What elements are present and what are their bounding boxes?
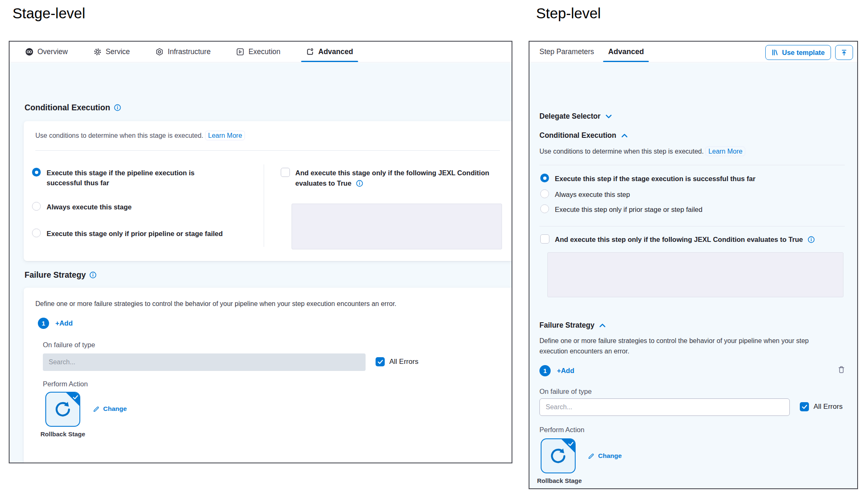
template-library-icon bbox=[772, 49, 778, 56]
tab-label: Overview bbox=[37, 47, 68, 56]
checkbox-checked-icon[interactable] bbox=[376, 357, 385, 366]
tab-infrastructure[interactable]: Infrastructure bbox=[156, 42, 210, 62]
radio-label: Always execute this stage bbox=[47, 202, 132, 212]
radio-unselected-icon[interactable] bbox=[32, 229, 41, 237]
tab-label: Service bbox=[106, 47, 130, 56]
radio-unselected-icon[interactable] bbox=[540, 189, 549, 198]
heading-text: Failure Strategy bbox=[539, 321, 594, 330]
radio-option-always-execute[interactable]: Always execute this stage bbox=[32, 202, 132, 212]
tab-label: Execution bbox=[248, 47, 280, 56]
checkbox-checked-icon[interactable] bbox=[800, 402, 809, 411]
info-icon[interactable] bbox=[356, 179, 363, 190]
gear-icon bbox=[94, 48, 101, 56]
radio-label: Always execute this step bbox=[555, 189, 630, 200]
failure-type-search-input[interactable] bbox=[539, 398, 790, 416]
failure-type-search-input[interactable] bbox=[43, 353, 366, 371]
tab-step-parameters[interactable]: Step Parameters bbox=[539, 42, 594, 62]
upload-icon bbox=[841, 49, 848, 56]
tab-label: Advanced bbox=[318, 47, 353, 56]
perform-action-label: Perform Action bbox=[43, 380, 88, 388]
info-icon[interactable] bbox=[89, 271, 96, 279]
radio-option-always-execute[interactable]: Always execute this step bbox=[540, 189, 630, 200]
all-errors-checkbox-row[interactable]: All Errors bbox=[800, 402, 843, 411]
rollback-stage-label: Rollback Stage bbox=[529, 477, 589, 485]
radio-option-stage-successful[interactable]: Execute this step if the stage execution… bbox=[540, 174, 755, 184]
description-text: Use conditions to determine when this st… bbox=[35, 132, 203, 139]
rollback-stage-action-tile[interactable] bbox=[45, 392, 80, 427]
add-strategy-button[interactable]: +Add bbox=[55, 319, 73, 327]
tab-label: Step Parameters bbox=[539, 47, 594, 56]
radio-label: Execute this step if the stage execution… bbox=[555, 174, 755, 184]
jexl-condition-checkbox-row[interactable]: And execute this stage only if the follo… bbox=[281, 168, 494, 190]
on-failure-of-type-label: On failure of type bbox=[539, 388, 592, 396]
strategy-count-badge[interactable]: 1 bbox=[38, 318, 49, 329]
radio-selected-icon[interactable] bbox=[540, 174, 549, 182]
tab-advanced[interactable]: Advanced bbox=[306, 42, 353, 62]
failure-strategy-card: Define one or more failure strategies to… bbox=[24, 288, 512, 463]
header-buttons: Use template bbox=[765, 45, 853, 60]
radio-option-prior-failed[interactable]: Execute this step only if prior stage or… bbox=[540, 204, 702, 215]
learn-more-link[interactable]: Learn More bbox=[705, 147, 745, 156]
radio-option-pipeline-successful[interactable]: Execute this stage if the pipeline execu… bbox=[32, 168, 228, 188]
checkbox-label: And execute this step only if the follow… bbox=[555, 236, 803, 243]
use-template-label: Use template bbox=[782, 49, 825, 57]
failure-strategy-description: Define one or more failure strategies to… bbox=[35, 300, 396, 308]
tab-label: Advanced bbox=[608, 47, 644, 56]
divider bbox=[35, 150, 500, 151]
overview-icon bbox=[25, 48, 33, 56]
tab-label: Infrastructure bbox=[168, 47, 210, 56]
strategy-list-row: 1 +Add bbox=[539, 365, 574, 376]
change-action-link[interactable]: Change bbox=[93, 405, 127, 413]
tab-execution[interactable]: Execution bbox=[236, 42, 280, 62]
check-icon bbox=[568, 440, 574, 448]
info-icon[interactable] bbox=[808, 236, 815, 246]
divider bbox=[539, 226, 845, 226]
stage-advanced-content: Conditional Execution Use conditions to … bbox=[10, 63, 512, 463]
checkbox-unchecked-icon[interactable] bbox=[540, 234, 549, 244]
step-tabbar: Step Parameters Advanced Use template bbox=[529, 42, 857, 62]
radio-unselected-icon[interactable] bbox=[540, 204, 549, 213]
jexl-condition-input[interactable] bbox=[292, 204, 502, 249]
description-text: Use conditions to determine when this st… bbox=[539, 148, 704, 155]
conditional-execution-heading: Conditional Execution bbox=[539, 131, 628, 140]
delegate-selector-heading: Delegate Selector bbox=[539, 112, 612, 121]
strategy-count-badge[interactable]: 1 bbox=[539, 365, 551, 376]
all-errors-checkbox-row[interactable]: All Errors bbox=[376, 357, 418, 366]
divider bbox=[264, 164, 264, 247]
rollback-stage-action-tile[interactable] bbox=[541, 438, 576, 473]
rollback-stage-label: Rollback Stage bbox=[33, 430, 93, 438]
all-errors-label: All Errors bbox=[389, 358, 418, 366]
checkbox-unchecked-icon[interactable] bbox=[281, 168, 290, 177]
upload-template-button[interactable] bbox=[835, 45, 853, 60]
add-strategy-button[interactable]: +Add bbox=[557, 367, 574, 375]
heading-text: Failure Strategy bbox=[25, 270, 86, 280]
learn-more-link[interactable]: Learn More bbox=[205, 131, 245, 140]
failure-strategy-heading: Failure Strategy bbox=[539, 321, 606, 330]
step-settings-panel: Step Parameters Advanced Use template De… bbox=[529, 41, 858, 489]
tab-advanced[interactable]: Advanced bbox=[608, 42, 644, 62]
radio-label: Execute this stage only if prior pipelin… bbox=[47, 229, 223, 239]
infrastructure-icon bbox=[156, 48, 163, 56]
info-icon[interactable] bbox=[114, 104, 121, 111]
stage-level-title: Stage-level bbox=[12, 5, 85, 22]
chevron-up-icon[interactable] bbox=[599, 323, 606, 328]
pencil-icon bbox=[93, 405, 100, 413]
stage-settings-panel: Overview Service Infrastructure Executio… bbox=[9, 41, 512, 463]
heading-text: Conditional Execution bbox=[25, 103, 110, 112]
radio-option-prior-failed[interactable]: Execute this stage only if prior pipelin… bbox=[32, 229, 223, 239]
chevron-down-icon[interactable] bbox=[606, 114, 612, 119]
change-label: Change bbox=[598, 452, 622, 460]
execution-icon bbox=[236, 48, 244, 56]
radio-selected-icon[interactable] bbox=[32, 168, 41, 177]
delete-strategy-icon[interactable] bbox=[838, 366, 845, 375]
conditional-execution-heading: Conditional Execution bbox=[25, 103, 121, 112]
tab-service[interactable]: Service bbox=[94, 42, 130, 62]
chevron-up-icon[interactable] bbox=[621, 134, 628, 138]
use-template-button[interactable]: Use template bbox=[765, 45, 831, 60]
tab-overview[interactable]: Overview bbox=[25, 42, 68, 62]
jexl-condition-checkbox-row[interactable]: And execute this step only if the follow… bbox=[540, 234, 815, 246]
radio-label: Execute this stage if the pipeline execu… bbox=[47, 168, 221, 188]
change-action-link[interactable]: Change bbox=[588, 452, 622, 460]
radio-unselected-icon[interactable] bbox=[32, 202, 41, 211]
jexl-condition-input[interactable] bbox=[547, 252, 843, 297]
